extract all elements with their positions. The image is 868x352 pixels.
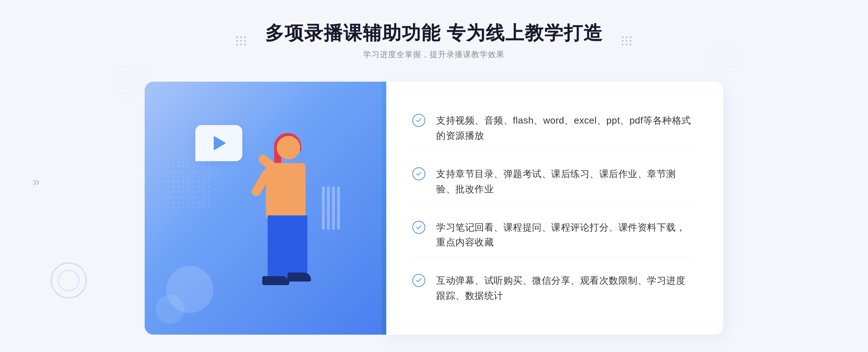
outer-circle-2 — [58, 270, 80, 291]
blue-accent-bar — [382, 82, 386, 335]
person-shoe-right — [288, 272, 311, 282]
chevron-decoration: » — [33, 174, 37, 189]
page-container: » 多项录播课辅助功能 专为线上教学打造 学习进度全掌握，提升录播课教学效果 — [0, 0, 868, 352]
check-icon-2 — [412, 167, 425, 180]
feature-item-4: 互动弹幕、试听购买、微信分享、观看次数限制、学习进度跟踪、数据统计 — [412, 267, 694, 310]
person-head — [277, 136, 300, 159]
person-figure — [221, 125, 329, 335]
feature-text-1: 支持视频、音频、flash、word、excel、ppt、pdf等各种格式的资源… — [436, 113, 694, 143]
header-dots-left — [236, 37, 246, 46]
feature-text-2: 支持章节目录、弹题考试、课后练习、课后作业、章节测验、批改作业 — [436, 167, 694, 197]
features-panel: 支持视频、音频、flash、word、excel、ppt、pdf等各种格式的资源… — [383, 82, 723, 335]
content-area: 支持视频、音频、flash、word、excel、ppt、pdf等各种格式的资源… — [145, 82, 723, 335]
header-section: 多项录播课辅助功能 专为线上教学打造 学习进度全掌握，提升录播课教学效果 — [265, 22, 603, 60]
check-icon-3 — [412, 221, 425, 234]
person-pants-left — [268, 215, 288, 280]
feature-item-1: 支持视频、音频、flash、word、excel、ppt、pdf等各种格式的资源… — [412, 107, 694, 150]
feature-text-3: 学习笔记回看、课程提问、课程评论打分、课件资料下载，重点内容收藏 — [436, 220, 694, 250]
page-title: 多项录播课辅助功能 专为线上教学打造 — [265, 22, 603, 44]
person-pants-right — [288, 215, 307, 277]
check-icon-4 — [412, 274, 425, 287]
dots-decoration-right — [709, 43, 738, 72]
person-shirt — [266, 163, 306, 217]
feature-item-2: 支持章节目录、弹题考试、课后练习、课后作业、章节测验、批改作业 — [412, 160, 694, 203]
feature-text-4: 互动弹幕、试听购买、微信分享、观看次数限制、学习进度跟踪、数据统计 — [436, 273, 694, 303]
header-dots-right — [622, 37, 632, 46]
feature-item-3: 学习笔记回看、课程提问、课程评论打分、课件资料下载，重点内容收藏 — [412, 214, 694, 257]
person-shoe-left — [262, 276, 289, 285]
page-subtitle: 学习进度全掌握，提升录播课教学效果 — [265, 49, 603, 60]
dots-pattern — [156, 154, 213, 212]
check-icon-1 — [412, 114, 425, 127]
illus-circle-small — [156, 295, 184, 324]
illustration-panel — [145, 82, 383, 335]
